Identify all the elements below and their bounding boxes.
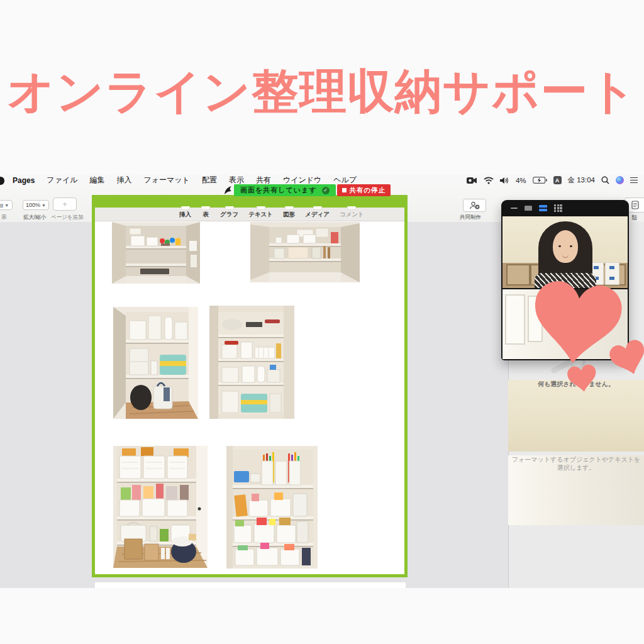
battery-percent: 4% <box>516 177 526 184</box>
bottom-margin <box>0 588 644 644</box>
menu-file[interactable]: ファイル <box>47 175 77 186</box>
media-icon <box>313 206 322 210</box>
chart-icon <box>225 206 234 210</box>
view-dropdown-label: 示 <box>1 214 7 221</box>
zoom-label: 拡大/縮小 <box>23 214 46 221</box>
annotation-swoosh-icon[interactable] <box>224 186 232 195</box>
app-menu-pages[interactable]: Pages <box>13 176 35 185</box>
file-box <box>605 262 619 285</box>
comment-icon <box>347 206 356 210</box>
menu-bar-clock[interactable]: 金 13:04 <box>568 175 595 185</box>
window-mode-icon[interactable] <box>525 206 532 211</box>
photo-closet-shelves-left <box>113 307 198 419</box>
participant-face <box>553 230 578 263</box>
siri-icon[interactable] <box>616 176 624 184</box>
menu-format[interactable]: フォーマット <box>143 175 189 186</box>
zoom-level-dropdown[interactable]: 100%▼ <box>23 200 49 210</box>
spotlight-search-icon[interactable] <box>601 176 609 184</box>
text-button[interactable]: テキスト <box>248 206 273 221</box>
shield-check-icon: ✓ <box>322 187 330 194</box>
wifi-icon[interactable] <box>484 177 494 184</box>
input-source-badge[interactable]: A <box>553 176 562 184</box>
empty-state-hint-line2: 選択します。 <box>508 464 644 472</box>
shape-button[interactable]: 図形 <box>283 206 295 221</box>
screen-share-region: 挿入 表 グラフ テキスト 図形 メディア コメント <box>92 195 408 577</box>
collaborate-button[interactable] <box>463 199 486 212</box>
media-button[interactable]: メディア <box>305 206 330 221</box>
menu-insert[interactable]: 挿入 <box>116 175 131 186</box>
add-page-label: ページを追加 <box>51 214 84 221</box>
view-options-dropdown[interactable]: ▤▼ <box>0 200 13 210</box>
person-add-icon <box>469 201 480 209</box>
page-title: オンライン整理収納サポート <box>0 60 644 124</box>
video-window-header[interactable] <box>501 200 629 216</box>
heart-decoration-small <box>566 364 598 394</box>
speaker-view-icon[interactable] <box>539 205 547 211</box>
sharing-status-pill: 画面を共有しています ✓ <box>234 184 336 196</box>
gallery-view-icon[interactable] <box>554 204 562 213</box>
photo-upper-cabinet-left <box>112 222 200 284</box>
minimize-icon[interactable] <box>511 208 518 209</box>
format-panel-empty-state: 何も選択されていません。 フォーマットするオブジェクトやテキストを 選択します。 <box>508 380 644 525</box>
document-tab-label: 類 <box>631 214 637 222</box>
photo-upper-cabinet-right <box>250 222 360 282</box>
empty-state-hint-line1: フォーマットするオブジェクトやテキストを <box>508 455 644 464</box>
chart-button[interactable]: グラフ <box>220 206 238 221</box>
stop-square-icon <box>342 188 347 192</box>
stop-share-button[interactable]: 共有の停止 <box>337 184 391 196</box>
video-camera-status-icon[interactable] <box>467 177 477 184</box>
table-icon <box>201 206 210 210</box>
shape-icon <box>285 206 294 210</box>
menu-edit[interactable]: 編集 <box>89 175 104 186</box>
battery-charging-icon[interactable] <box>533 177 547 184</box>
photo-closet-shelves-right <box>209 306 294 419</box>
photo-pantry-left <box>113 446 208 568</box>
photo-pantry-right <box>226 446 318 569</box>
text-icon <box>257 206 265 210</box>
comment-button-disabled: コメント <box>340 206 364 221</box>
menu-bar-status-items: 4% A 金 13:04 <box>467 174 638 186</box>
sharing-status-text: 画面を共有しています <box>240 186 317 195</box>
document-page <box>95 221 404 574</box>
menu-arrange[interactable]: 配置 <box>202 175 217 186</box>
volume-icon[interactable] <box>500 177 509 184</box>
table-button[interactable]: 表 <box>201 206 210 221</box>
notification-center-icon[interactable] <box>630 177 638 184</box>
shared-pages-insert-bar: 挿入 表 グラフ テキスト 図形 メディア コメント <box>95 208 404 221</box>
insert-button[interactable]: 挿入 <box>179 206 191 221</box>
collaborate-label: 共同制作 <box>460 214 481 221</box>
next-page-edge <box>95 582 406 588</box>
insert-icon <box>181 206 190 210</box>
participant-video-top <box>502 216 628 288</box>
document-icon <box>631 201 639 209</box>
add-page-button[interactable]: + <box>53 197 77 211</box>
zoom-share-bar: 画面を共有しています ✓ 共有の停止 <box>224 184 391 196</box>
